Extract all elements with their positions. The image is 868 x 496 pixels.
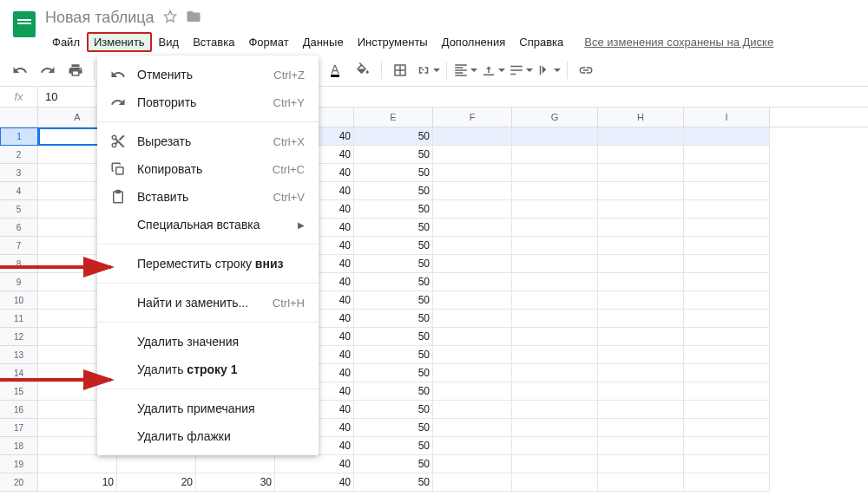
row-header[interactable]: 7 xyxy=(0,237,38,255)
menu-tools[interactable]: Инструменты xyxy=(351,32,435,52)
cell[interactable] xyxy=(512,127,598,146)
menu-find-replace[interactable]: Найти и заменить... Ctrl+H xyxy=(97,289,319,317)
cell[interactable] xyxy=(512,328,598,346)
wrap-button[interactable] xyxy=(508,59,534,82)
halign-button[interactable] xyxy=(452,59,478,82)
menu-clear-checkboxes[interactable]: Удалить флажки xyxy=(97,422,319,450)
merge-button[interactable] xyxy=(415,59,441,82)
cell[interactable] xyxy=(598,437,684,455)
cell[interactable] xyxy=(598,382,684,401)
cell[interactable] xyxy=(684,164,770,182)
cell[interactable] xyxy=(433,237,512,255)
cell[interactable] xyxy=(684,219,770,237)
cell[interactable] xyxy=(598,401,684,419)
menu-cut[interactable]: Вырезать Ctrl+X xyxy=(97,127,319,155)
cell[interactable] xyxy=(433,437,512,455)
cell[interactable] xyxy=(433,382,512,401)
menu-edit[interactable]: Изменить xyxy=(87,32,152,52)
cell[interactable] xyxy=(598,127,684,146)
cell[interactable] xyxy=(433,346,512,364)
cell[interactable] xyxy=(512,164,598,182)
cell[interactable]: 50 xyxy=(354,401,433,419)
cell[interactable]: 10 xyxy=(38,473,117,492)
cell[interactable]: 50 xyxy=(354,219,433,237)
select-all-corner[interactable] xyxy=(0,108,38,127)
folder-icon[interactable] xyxy=(186,9,201,27)
cell[interactable] xyxy=(512,419,598,437)
cell[interactable] xyxy=(598,291,684,310)
cell[interactable] xyxy=(684,401,770,419)
cell[interactable] xyxy=(433,182,512,200)
cell[interactable]: 50 xyxy=(354,273,433,291)
menu-addons[interactable]: Дополнения xyxy=(435,32,513,52)
cell[interactable] xyxy=(512,255,598,273)
cell[interactable]: 50 xyxy=(354,237,433,255)
cell[interactable]: 40 xyxy=(275,455,354,473)
redo-button[interactable] xyxy=(35,59,61,82)
menu-insert[interactable]: Вставка xyxy=(186,32,241,52)
cell[interactable]: 50 xyxy=(354,146,433,164)
cell[interactable] xyxy=(598,219,684,237)
row-header[interactable]: 10 xyxy=(0,291,38,310)
cell[interactable] xyxy=(684,455,770,473)
row-header[interactable]: 8 xyxy=(0,255,38,273)
cell[interactable] xyxy=(433,219,512,237)
fill-color-button[interactable] xyxy=(350,59,376,82)
cell[interactable]: 20 xyxy=(117,473,196,492)
col-header[interactable]: I xyxy=(684,108,770,127)
cell[interactable] xyxy=(684,127,770,146)
cell[interactable] xyxy=(433,310,512,328)
cell[interactable] xyxy=(433,273,512,291)
cell[interactable] xyxy=(512,455,598,473)
cell[interactable] xyxy=(684,328,770,346)
cell[interactable] xyxy=(598,328,684,346)
cell[interactable] xyxy=(684,419,770,437)
cell[interactable] xyxy=(598,364,684,382)
cell[interactable]: 50 xyxy=(354,164,433,182)
cell[interactable] xyxy=(433,255,512,273)
row-header[interactable]: 12 xyxy=(0,328,38,346)
cell[interactable] xyxy=(433,455,512,473)
cell[interactable] xyxy=(512,364,598,382)
cell[interactable] xyxy=(598,455,684,473)
row-header[interactable]: 14 xyxy=(0,364,38,382)
row-header[interactable]: 19 xyxy=(0,455,38,473)
row-header[interactable]: 17 xyxy=(0,419,38,437)
row-header[interactable]: 9 xyxy=(0,273,38,291)
cell[interactable] xyxy=(684,182,770,200)
cell[interactable] xyxy=(684,364,770,382)
cell[interactable] xyxy=(684,273,770,291)
menu-data[interactable]: Данные xyxy=(296,32,351,52)
print-button[interactable] xyxy=(62,59,89,82)
cell[interactable] xyxy=(684,237,770,255)
menu-move-row[interactable]: Переместить строку вниз xyxy=(97,250,319,277)
cell[interactable] xyxy=(512,437,598,455)
menu-undo[interactable]: Отменить Ctrl+Z xyxy=(97,61,319,88)
star-icon[interactable] xyxy=(163,10,177,26)
cell[interactable] xyxy=(684,200,770,219)
cell[interactable] xyxy=(512,473,598,492)
cell[interactable]: 50 xyxy=(354,473,433,492)
cell[interactable] xyxy=(684,473,770,492)
cell[interactable] xyxy=(512,310,598,328)
row-header[interactable]: 6 xyxy=(0,219,38,237)
menu-file[interactable]: Файл xyxy=(45,32,87,52)
cell[interactable] xyxy=(598,237,684,255)
cell[interactable]: 50 xyxy=(354,364,433,382)
menu-redo[interactable]: Повторить Ctrl+Y xyxy=(97,88,319,116)
cell[interactable]: 50 xyxy=(354,182,433,200)
cell[interactable] xyxy=(598,346,684,364)
cell[interactable]: 50 xyxy=(354,255,433,273)
cell[interactable] xyxy=(512,182,598,200)
cell[interactable] xyxy=(433,364,512,382)
borders-button[interactable] xyxy=(387,59,413,82)
cell[interactable] xyxy=(598,473,684,492)
cell[interactable]: 30 xyxy=(196,473,275,492)
cell[interactable] xyxy=(684,346,770,364)
row-header[interactable]: 2 xyxy=(0,146,38,164)
link-button[interactable] xyxy=(573,59,599,82)
row-header[interactable]: 5 xyxy=(0,200,38,219)
cell[interactable] xyxy=(512,401,598,419)
cell[interactable]: 50 xyxy=(354,328,433,346)
row-header[interactable]: 20 xyxy=(0,473,38,492)
